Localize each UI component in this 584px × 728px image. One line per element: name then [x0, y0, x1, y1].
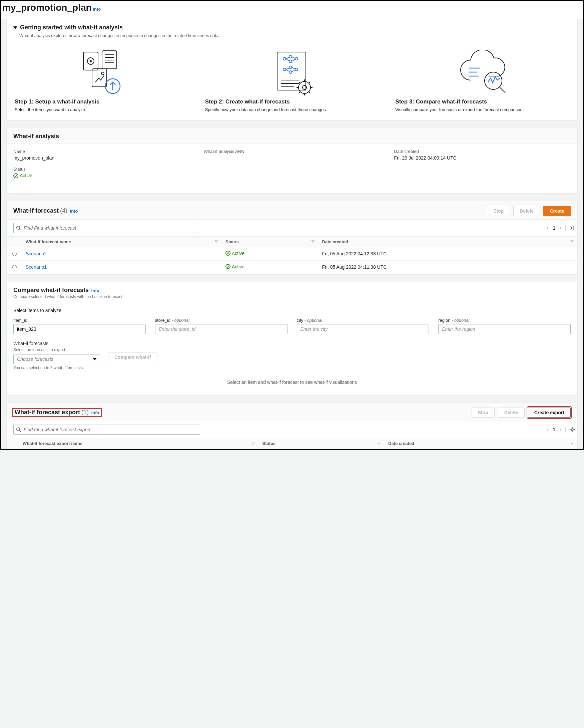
item-id-input[interactable]: [13, 324, 146, 334]
export-header: What-if forecast export: [15, 409, 80, 416]
forecast-next-page-icon[interactable]: ›: [559, 224, 561, 231]
check-circle-icon: [13, 173, 18, 178]
analysis-date-label: Date created: [394, 149, 571, 154]
chevron-down-icon: [93, 358, 97, 360]
svg-point-24: [289, 71, 292, 73]
svg-point-45: [571, 428, 573, 431]
svg-point-16: [289, 60, 292, 63]
svg-line-20: [292, 57, 295, 58]
analysis-date-value: Fri, 29 Jul 2022 04:09:14 UTC: [394, 155, 571, 160]
svg-line-28: [292, 68, 295, 69]
compare-info-link[interactable]: Info: [91, 288, 100, 293]
export-prev-page-icon[interactable]: ‹: [547, 426, 549, 433]
create-export-button[interactable]: Create export: [528, 408, 571, 418]
search-icon: [16, 225, 21, 230]
svg-line-21: [292, 59, 295, 61]
svg-point-14: [283, 57, 286, 60]
table-row[interactable]: Scenario2 Active Fri, 05 Aug 2022 04:12:…: [7, 247, 577, 260]
forecast-col-status[interactable]: Status▽: [221, 236, 318, 247]
export-info-link[interactable]: Info: [91, 410, 100, 415]
getting-started-description: What-if analysis explores how a forecast…: [19, 33, 571, 38]
svg-point-40: [571, 227, 573, 229]
export-col-date[interactable]: Date created▽: [384, 438, 577, 449]
export-count: (1): [81, 409, 89, 416]
getting-started-title: Getting started with what-if analysis: [20, 24, 123, 31]
forecast-delete-button[interactable]: Delete: [513, 206, 540, 216]
whatif-analysis-section: What-if analysis Name my_promotion_plan …: [6, 128, 578, 193]
analysis-name-value: my_promotion_plan: [13, 155, 190, 160]
forecast-row-radio[interactable]: [12, 265, 17, 269]
whatif-forecast-section: What-if forecast (4) Info Stop Delete Cr…: [6, 201, 578, 275]
page-title-bar: my_promotion_plan Info: [1, 1, 583, 19]
svg-point-22: [283, 68, 286, 71]
forecast-row-date: Fri, 05 Aug 2022 04:11:38 UTC: [318, 260, 577, 274]
analysis-status-label: Status: [13, 166, 190, 172]
select-items-label: Select items to analyze: [13, 308, 571, 313]
sort-icon: ▽: [571, 441, 573, 445]
svg-line-27: [286, 70, 289, 72]
analysis-status-value: Active: [13, 173, 32, 178]
page-info-link[interactable]: Info: [93, 7, 101, 12]
check-circle-icon: [225, 264, 230, 269]
region-label: region: [438, 318, 450, 323]
gs-step2-desc: Specify how your data can change and for…: [205, 107, 379, 112]
gs-step3-title: Step 3: Compare what-if forecasts: [395, 99, 569, 105]
caret-down-icon: [13, 26, 17, 29]
store-id-label: store_id: [155, 318, 170, 323]
forecast-prev-page-icon[interactable]: ‹: [547, 224, 549, 231]
forecast-row-name[interactable]: Scenario2: [26, 251, 47, 256]
forecast-page-number: 1: [553, 225, 555, 231]
export-col-name[interactable]: What-if forecast export name▽: [19, 438, 258, 449]
region-input[interactable]: [438, 324, 571, 334]
getting-started-panel: Getting started with what-if analysis Wh…: [6, 19, 578, 121]
export-pagination: ‹ 1 ›: [547, 426, 571, 433]
compare-header: Compare what-if forecasts: [13, 287, 89, 293]
export-stop-button[interactable]: Stop: [472, 408, 495, 418]
gs-step-1: Step 1: Setup a what-if analysis Select …: [7, 43, 197, 120]
forecasts-hint: You can select up to 5 what-if forecasts…: [13, 365, 100, 370]
store-id-input[interactable]: [155, 324, 287, 334]
forecast-info-link[interactable]: Info: [70, 209, 78, 214]
svg-line-29: [292, 70, 295, 72]
forecast-col-name[interactable]: What-if forecast name▽: [22, 236, 221, 247]
forecast-table: What-if forecast name▽ Status▽ Date crea…: [7, 236, 577, 274]
forecast-row-name[interactable]: Scenario1: [26, 264, 47, 270]
sort-icon: ▽: [378, 441, 380, 445]
svg-line-36: [500, 87, 505, 93]
svg-point-15: [289, 55, 292, 58]
forecast-stop-button[interactable]: Stop: [487, 206, 510, 216]
export-page-number: 1: [553, 427, 555, 432]
export-next-page-icon[interactable]: ›: [559, 426, 561, 433]
forecast-settings-icon[interactable]: [565, 225, 571, 231]
svg-point-8: [102, 72, 104, 75]
gs-step2-title: Step 2: Create what-if forecasts: [205, 99, 379, 105]
gear-icon: [569, 427, 575, 432]
export-col-status[interactable]: Status▽: [258, 438, 384, 449]
gs-step3-desc: Visually compare your forecasts or expor…: [395, 107, 569, 112]
analysis-arn-label: What-if analysis ARN: [204, 149, 381, 154]
svg-point-38: [17, 226, 20, 229]
svg-line-39: [19, 229, 21, 230]
export-delete-button[interactable]: Delete: [498, 408, 525, 418]
export-search-input[interactable]: [13, 424, 200, 435]
forecasts-sublabel: Select the forecasts to export: [13, 347, 100, 352]
forecast-row-radio[interactable]: [12, 252, 17, 256]
sort-icon: ▽: [571, 239, 573, 244]
forecast-search-input[interactable]: [13, 223, 200, 233]
gs-step3-illustration-icon: [395, 48, 569, 99]
forecast-count: (4): [60, 207, 67, 214]
table-row[interactable]: Scenario1 Active Fri, 05 Aug 2022 04:11:…: [7, 260, 577, 274]
forecast-col-date[interactable]: Date created▽: [318, 236, 577, 247]
city-input[interactable]: [297, 324, 429, 334]
compare-whatif-button[interactable]: Compare what-if: [108, 352, 158, 362]
export-section: What-if forecast export (1) Info Stop De…: [6, 402, 578, 449]
gear-icon: [569, 225, 575, 231]
svg-point-25: [295, 68, 298, 71]
getting-started-toggle[interactable]: Getting started with what-if analysis: [13, 24, 571, 31]
svg-point-17: [295, 57, 298, 60]
forecasts-select[interactable]: Choose forecasts: [13, 354, 100, 364]
export-settings-icon[interactable]: [565, 427, 571, 432]
forecast-create-button[interactable]: Create: [543, 206, 571, 216]
gs-step1-illustration-icon: [15, 48, 189, 99]
gs-step1-desc: Select the items you want to analyze.: [15, 107, 189, 112]
